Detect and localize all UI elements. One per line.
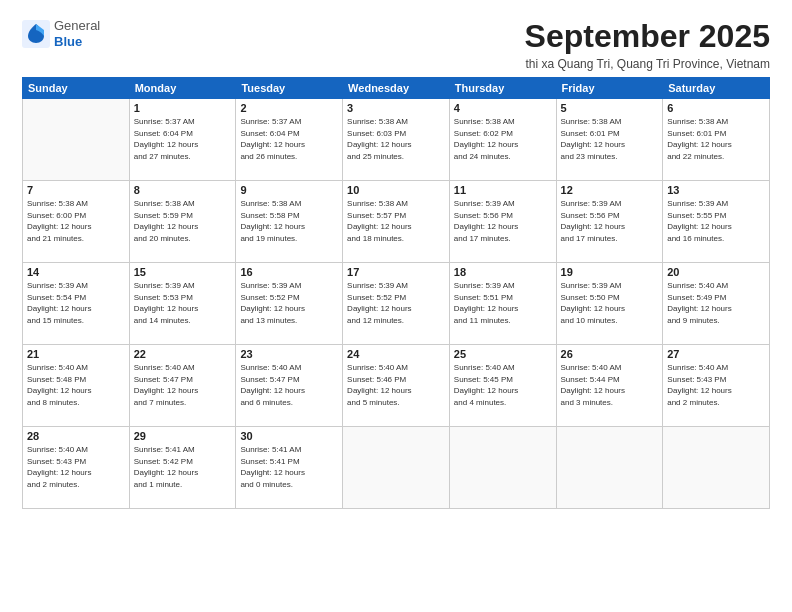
cell-info: Sunrise: 5:38 AMSunset: 6:01 PMDaylight:… [561,116,659,162]
table-cell: 21Sunrise: 5:40 AMSunset: 5:48 PMDayligh… [23,345,130,427]
table-cell: 27Sunrise: 5:40 AMSunset: 5:43 PMDayligh… [663,345,770,427]
day-number: 2 [240,102,338,114]
day-number: 26 [561,348,659,360]
day-number: 8 [134,184,232,196]
location: thi xa Quang Tri, Quang Tri Province, Vi… [525,57,770,71]
cell-info: Sunrise: 5:38 AMSunset: 5:58 PMDaylight:… [240,198,338,244]
table-cell: 26Sunrise: 5:40 AMSunset: 5:44 PMDayligh… [556,345,663,427]
day-number: 10 [347,184,445,196]
day-number: 18 [454,266,552,278]
day-number: 12 [561,184,659,196]
day-number: 3 [347,102,445,114]
cell-info: Sunrise: 5:40 AMSunset: 5:49 PMDaylight:… [667,280,765,326]
cell-info: Sunrise: 5:38 AMSunset: 6:01 PMDaylight:… [667,116,765,162]
cell-info: Sunrise: 5:38 AMSunset: 6:00 PMDaylight:… [27,198,125,244]
cell-info: Sunrise: 5:40 AMSunset: 5:44 PMDaylight:… [561,362,659,408]
table-cell: 1Sunrise: 5:37 AMSunset: 6:04 PMDaylight… [129,99,236,181]
calendar-body: 1Sunrise: 5:37 AMSunset: 6:04 PMDaylight… [23,99,770,509]
th-thursday: Thursday [449,78,556,99]
header: General Blue September 2025 thi xa Quang… [22,18,770,71]
day-number: 22 [134,348,232,360]
week-row-4: 21Sunrise: 5:40 AMSunset: 5:48 PMDayligh… [23,345,770,427]
table-cell: 10Sunrise: 5:38 AMSunset: 5:57 PMDayligh… [343,181,450,263]
table-cell: 12Sunrise: 5:39 AMSunset: 5:56 PMDayligh… [556,181,663,263]
table-cell: 8Sunrise: 5:38 AMSunset: 5:59 PMDaylight… [129,181,236,263]
cell-info: Sunrise: 5:41 AMSunset: 5:41 PMDaylight:… [240,444,338,490]
week-row-2: 7Sunrise: 5:38 AMSunset: 6:00 PMDaylight… [23,181,770,263]
cell-info: Sunrise: 5:39 AMSunset: 5:56 PMDaylight:… [561,198,659,244]
th-wednesday: Wednesday [343,78,450,99]
month-title: September 2025 [525,18,770,55]
cell-info: Sunrise: 5:40 AMSunset: 5:43 PMDaylight:… [27,444,125,490]
table-cell: 11Sunrise: 5:39 AMSunset: 5:56 PMDayligh… [449,181,556,263]
table-cell: 14Sunrise: 5:39 AMSunset: 5:54 PMDayligh… [23,263,130,345]
day-number: 29 [134,430,232,442]
table-cell: 17Sunrise: 5:39 AMSunset: 5:52 PMDayligh… [343,263,450,345]
th-tuesday: Tuesday [236,78,343,99]
table-cell [449,427,556,509]
table-cell: 28Sunrise: 5:40 AMSunset: 5:43 PMDayligh… [23,427,130,509]
cell-info: Sunrise: 5:40 AMSunset: 5:47 PMDaylight:… [240,362,338,408]
cell-info: Sunrise: 5:39 AMSunset: 5:53 PMDaylight:… [134,280,232,326]
day-number: 28 [27,430,125,442]
day-number: 5 [561,102,659,114]
day-number: 25 [454,348,552,360]
th-saturday: Saturday [663,78,770,99]
table-cell: 24Sunrise: 5:40 AMSunset: 5:46 PMDayligh… [343,345,450,427]
day-number: 16 [240,266,338,278]
table-cell: 3Sunrise: 5:38 AMSunset: 6:03 PMDaylight… [343,99,450,181]
title-block: September 2025 thi xa Quang Tri, Quang T… [525,18,770,71]
cell-info: Sunrise: 5:39 AMSunset: 5:55 PMDaylight:… [667,198,765,244]
table-cell: 20Sunrise: 5:40 AMSunset: 5:49 PMDayligh… [663,263,770,345]
day-number: 19 [561,266,659,278]
table-cell: 5Sunrise: 5:38 AMSunset: 6:01 PMDaylight… [556,99,663,181]
logo-blue: Blue [54,34,100,50]
table-cell: 16Sunrise: 5:39 AMSunset: 5:52 PMDayligh… [236,263,343,345]
logo-icon [22,20,50,48]
day-number: 1 [134,102,232,114]
day-number: 6 [667,102,765,114]
cell-info: Sunrise: 5:39 AMSunset: 5:52 PMDaylight:… [347,280,445,326]
week-row-1: 1Sunrise: 5:37 AMSunset: 6:04 PMDaylight… [23,99,770,181]
table-cell [23,99,130,181]
table-cell [343,427,450,509]
cell-info: Sunrise: 5:37 AMSunset: 6:04 PMDaylight:… [134,116,232,162]
cell-info: Sunrise: 5:38 AMSunset: 6:03 PMDaylight:… [347,116,445,162]
th-sunday: Sunday [23,78,130,99]
day-number: 21 [27,348,125,360]
table-cell: 9Sunrise: 5:38 AMSunset: 5:58 PMDaylight… [236,181,343,263]
cell-info: Sunrise: 5:38 AMSunset: 5:59 PMDaylight:… [134,198,232,244]
cell-info: Sunrise: 5:40 AMSunset: 5:43 PMDaylight:… [667,362,765,408]
table-cell: 15Sunrise: 5:39 AMSunset: 5:53 PMDayligh… [129,263,236,345]
cell-info: Sunrise: 5:37 AMSunset: 6:04 PMDaylight:… [240,116,338,162]
calendar-table: Sunday Monday Tuesday Wednesday Thursday… [22,77,770,509]
week-row-5: 28Sunrise: 5:40 AMSunset: 5:43 PMDayligh… [23,427,770,509]
th-monday: Monday [129,78,236,99]
day-number: 14 [27,266,125,278]
cell-info: Sunrise: 5:40 AMSunset: 5:46 PMDaylight:… [347,362,445,408]
cell-info: Sunrise: 5:40 AMSunset: 5:48 PMDaylight:… [27,362,125,408]
day-number: 9 [240,184,338,196]
table-cell: 22Sunrise: 5:40 AMSunset: 5:47 PMDayligh… [129,345,236,427]
table-cell: 25Sunrise: 5:40 AMSunset: 5:45 PMDayligh… [449,345,556,427]
day-number: 23 [240,348,338,360]
cell-info: Sunrise: 5:39 AMSunset: 5:50 PMDaylight:… [561,280,659,326]
day-number: 24 [347,348,445,360]
cell-info: Sunrise: 5:39 AMSunset: 5:51 PMDaylight:… [454,280,552,326]
cell-info: Sunrise: 5:38 AMSunset: 5:57 PMDaylight:… [347,198,445,244]
cell-info: Sunrise: 5:38 AMSunset: 6:02 PMDaylight:… [454,116,552,162]
table-cell: 13Sunrise: 5:39 AMSunset: 5:55 PMDayligh… [663,181,770,263]
cell-info: Sunrise: 5:40 AMSunset: 5:45 PMDaylight:… [454,362,552,408]
day-number: 15 [134,266,232,278]
table-cell: 7Sunrise: 5:38 AMSunset: 6:00 PMDaylight… [23,181,130,263]
day-number: 13 [667,184,765,196]
logo-general: General [54,18,100,34]
table-cell: 23Sunrise: 5:40 AMSunset: 5:47 PMDayligh… [236,345,343,427]
day-number: 30 [240,430,338,442]
table-cell: 4Sunrise: 5:38 AMSunset: 6:02 PMDaylight… [449,99,556,181]
table-cell: 6Sunrise: 5:38 AMSunset: 6:01 PMDaylight… [663,99,770,181]
cell-info: Sunrise: 5:40 AMSunset: 5:47 PMDaylight:… [134,362,232,408]
table-cell: 2Sunrise: 5:37 AMSunset: 6:04 PMDaylight… [236,99,343,181]
logo: General Blue [22,18,100,49]
table-cell: 30Sunrise: 5:41 AMSunset: 5:41 PMDayligh… [236,427,343,509]
